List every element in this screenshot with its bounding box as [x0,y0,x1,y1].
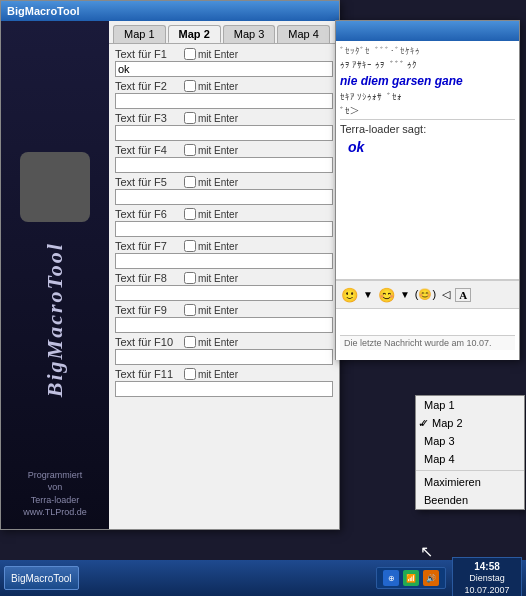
field-row-f2: Text für F2mit Enter [115,80,333,109]
field-row-f11: Text für F11mit Enter [115,368,333,397]
checkbox-label-f10: mit Enter [198,337,238,348]
text-input-f1[interactable] [115,61,333,77]
menu-divider [416,470,524,471]
tab-map4[interactable]: Map 4 [277,25,330,43]
chat-line-wavy2: ｩｦ ｱｻｷｰ ｩｦ ﾞﾞﾞ ｩｸ [340,59,515,72]
chat-title-bar [336,21,519,41]
field-row-f8: Text für F8mit Enter [115,272,333,301]
text-input-f8[interactable] [115,285,333,301]
chat-toolbar: 🙂 ▼ 😊 ▼ (😊) ◁ A [336,280,519,308]
chat-sender: Terra-loader sagt: [340,122,515,137]
text-input-f6[interactable] [115,221,333,237]
emoji-dropdown2-icon[interactable]: ▼ [400,289,410,300]
emoji-wink-btn[interactable]: 😊 [377,286,396,304]
context-menu: Map 1 ✓ Map 2 Map 3 Map 4 Maximieren Bee… [415,395,525,510]
checkbox-f9[interactable] [184,304,196,316]
context-menu-map1[interactable]: Map 1 [416,396,524,414]
field-row-f4: Text für F4mit Enter [115,144,333,173]
context-menu-map4[interactable]: Map 4 [416,450,524,468]
chat-line-small1: ｾｷｱ ｿｼｩｫｻ ﾞｾｫ [340,91,515,104]
field-row-f9: Text für F9mit Enter [115,304,333,333]
field-label-f5: Text für F5 [115,176,180,188]
tray-icon-2[interactable]: 📶 [403,570,419,586]
tab-map1[interactable]: Map 1 [113,25,166,43]
checkbox-label-f3: mit Enter [198,113,238,124]
field-label-f4: Text für F4 [115,144,180,156]
text-input-f4[interactable] [115,157,333,173]
field-label-f7: Text für F7 [115,240,180,252]
context-map2-label: Map 2 [432,417,463,429]
text-input-f11[interactable] [115,381,333,397]
emoji-smiley-btn[interactable]: 🙂 [340,286,359,304]
context-map3-label: Map 3 [424,435,455,447]
chat-line-wavy1: ﾞｾｯﾀﾞｾ ﾞﾞﾞ･ﾞｾｹｷｩ [340,45,515,58]
text-input-f3[interactable] [115,125,333,141]
chat-window: ﾞｾｯﾀﾞｾ ﾞﾞﾞ･ﾞｾｹｷｩ ｩｦ ｱｻｷｰ ｩｦ ﾞﾞﾞ ｩｸ nie d… [335,20,520,360]
taskbar-app-button[interactable]: BigMacroTool [4,566,79,590]
context-map4-label: Map 4 [424,453,455,465]
system-clock: 14:58 Dienstag 10.07.2007 [452,557,522,596]
chat-blue-text: nie diem garsen gane [340,73,515,90]
tray-icon-3[interactable]: 🔊 [423,570,439,586]
checkbox-f11[interactable] [184,368,196,380]
app-title: BigMacroTool [7,5,80,17]
checkbox-f7[interactable] [184,240,196,252]
sidebar-logo [20,152,90,222]
emoji-bracket-btn[interactable]: (😊) [414,287,437,302]
checkbox-f3[interactable] [184,112,196,124]
taskbar: BigMacroTool ⊕ 📶 🔊 14:58 Dienstag 10.07.… [0,560,526,596]
cursor-indicator: ↖ [420,542,436,558]
field-row-f5: Text für F5mit Enter [115,176,333,205]
tab-map3[interactable]: Map 3 [223,25,276,43]
context-maximize-label: Maximieren [424,476,481,488]
checkbox-label-f9: mit Enter [198,305,238,316]
sidebar: BigMacroTool ProgrammiertvonTerra-loader… [1,21,109,529]
emoji-dropdown-icon[interactable]: ▼ [363,289,373,300]
chat-input[interactable] [340,311,515,331]
context-menu-exit[interactable]: Beenden [416,491,524,509]
checkbox-label-f2: mit Enter [198,81,238,92]
context-menu-maximize[interactable]: Maximieren [416,473,524,491]
field-row-f3: Text für F3mit Enter [115,112,333,141]
checkbox-label-f5: mit Enter [198,177,238,188]
checkbox-f4[interactable] [184,144,196,156]
checkbox-f2[interactable] [184,80,196,92]
format-btn[interactable]: A [455,288,471,302]
checkbox-label-f8: mit Enter [198,273,238,284]
content-area: Map 1 Map 2 Map 3 Map 4 Text für F1mit E… [109,21,339,529]
context-menu-map2[interactable]: ✓ Map 2 [416,414,524,432]
emoji-arrow-btn[interactable]: ◁ [441,287,451,302]
field-label-f10: Text für F10 [115,336,180,348]
sidebar-footer: ProgrammiertvonTerra-loaderwww.TLProd.de [23,469,87,519]
field-label-f11: Text für F11 [115,368,180,380]
app-window: BigMacroTool BigMacroTool Programmiertvo… [0,0,340,530]
context-menu-map3[interactable]: Map 3 [416,432,524,450]
checkbox-f6[interactable] [184,208,196,220]
field-label-f6: Text für F6 [115,208,180,220]
checkbox-label-f4: mit Enter [198,145,238,156]
system-tray: ⊕ 📶 🔊 [376,567,446,589]
field-row-f1: Text für F1mit Enter [115,48,333,77]
field-row-f7: Text für F7mit Enter [115,240,333,269]
text-input-f5[interactable] [115,189,333,205]
checkbox-f5[interactable] [184,176,196,188]
text-input-f9[interactable] [115,317,333,333]
field-label-f2: Text für F2 [115,80,180,92]
chat-input-area: Die letzte Nachricht wurde am 10.07. [336,308,519,360]
chat-ok-text: ok [348,138,515,158]
tab-map2[interactable]: Map 2 [168,25,221,43]
chat-status: Die letzte Nachricht wurde am 10.07. [340,335,515,350]
checkbox-f1[interactable] [184,48,196,60]
check-icon: ✓ [420,417,429,430]
checkbox-f8[interactable] [184,272,196,284]
context-exit-label: Beenden [424,494,468,506]
title-bar: BigMacroTool [1,1,339,21]
clock-day: Dienstag [459,573,515,585]
text-input-f2[interactable] [115,93,333,109]
text-input-f10[interactable] [115,349,333,365]
taskbar-right: ⊕ 📶 🔊 14:58 Dienstag 10.07.2007 [376,557,522,596]
tray-icon-1[interactable]: ⊕ [383,570,399,586]
text-input-f7[interactable] [115,253,333,269]
checkbox-f10[interactable] [184,336,196,348]
field-label-f1: Text für F1 [115,48,180,60]
